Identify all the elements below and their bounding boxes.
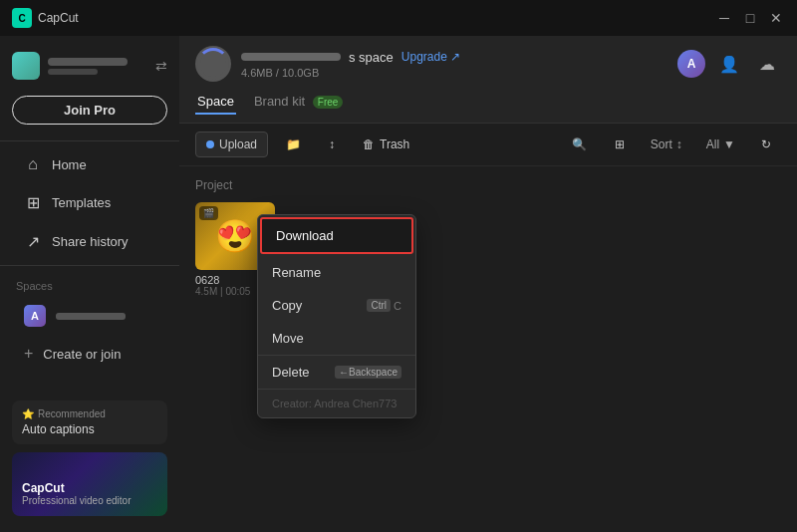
project-size: 4.5M — [195, 286, 217, 297]
sort-icon: ↕ — [676, 137, 682, 151]
context-menu: Download Rename Copy Ctrl C Move — [257, 214, 416, 418]
sidebar-item-home-label: Home — [52, 157, 87, 172]
logo-icon: C — [12, 8, 32, 28]
sidebar-item-templates-label: Templates — [52, 195, 111, 210]
sort-button[interactable]: Sort ↕ — [643, 133, 690, 156]
capcut-banner-subtitle: Professional video editor — [22, 495, 157, 506]
folder-icon: 📁 — [286, 137, 301, 151]
project-icon-overlay: 🎬 — [199, 206, 218, 220]
sidebar-item-home[interactable]: ⌂ Home — [8, 146, 171, 182]
context-menu-download[interactable]: Download — [260, 217, 413, 254]
delete-shortcut: ←Backspace — [335, 366, 401, 379]
backspace-key: ←Backspace — [335, 366, 401, 379]
header-name-row: s space Upgrade ↗ — [241, 50, 460, 65]
spaces-section-label: Spaces — [0, 270, 179, 296]
context-menu-copy[interactable]: Copy Ctrl C — [258, 289, 415, 322]
sidebar-divider — [0, 140, 179, 141]
user-sub-blur — [48, 69, 98, 75]
project-duration: 00:05 — [225, 286, 250, 297]
window-controls: ─ □ ✕ — [715, 9, 785, 27]
search-button[interactable]: 🔍 — [562, 133, 597, 156]
sidebar-create-join[interactable]: + Create or join — [8, 337, 171, 371]
header-top: s space Upgrade ↗ 4.6MB / 10.0GB A 👤 ☁ — [195, 46, 781, 82]
auto-captions-label: Auto captions — [22, 422, 157, 436]
section-label: Project — [195, 178, 781, 192]
capcut-banner-title: CapCut — [22, 481, 157, 495]
header-left: s space Upgrade ↗ 4.6MB / 10.0GB — [195, 46, 460, 82]
maximize-button[interactable]: □ — [741, 9, 759, 27]
sidebar-user-section: ⇄ — [0, 44, 179, 92]
sidebar-space-item[interactable]: A — [8, 297, 171, 335]
grid-view-button[interactable]: ⊞ — [605, 133, 635, 156]
trash-button[interactable]: 🗑 Trash — [353, 133, 419, 156]
new-folder-button[interactable]: 📁 — [276, 133, 311, 156]
star-icon: ⭐ — [22, 408, 34, 419]
shortcut-letter: C — [394, 300, 401, 312]
project-emoji: 😍 — [215, 217, 255, 255]
grid-icon: ⊞ — [615, 137, 625, 151]
user-avatar — [12, 52, 40, 80]
header-info: s space Upgrade ↗ 4.6MB / 10.0GB — [241, 50, 460, 79]
copy-shortcut: Ctrl C — [367, 299, 401, 312]
upload-dot — [206, 140, 214, 148]
cloud-button[interactable]: ☁ — [753, 50, 781, 78]
sort-upload-button[interactable]: ↕ — [319, 133, 345, 156]
context-menu-move[interactable]: Move — [258, 322, 415, 355]
templates-icon: ⊞ — [24, 193, 42, 212]
share-icon: ↗ — [24, 232, 42, 251]
filter-button[interactable]: All ▼ — [698, 133, 743, 156]
upgrade-badge[interactable]: Upgrade ↗ — [401, 50, 460, 64]
content-header: s space Upgrade ↗ 4.6MB / 10.0GB A 👤 ☁ S… — [179, 36, 797, 124]
toolbar: Upload 📁 ↕ 🗑 Trash 🔍 ⊞ — [179, 124, 797, 166]
home-icon: ⌂ — [24, 155, 42, 173]
tab-space[interactable]: Space — [195, 90, 236, 115]
ctrl-key: Ctrl — [367, 299, 391, 312]
sidebar-footer: ⭐ Recommended Auto captions CapCut Profe… — [0, 393, 179, 524]
refresh-icon: ↻ — [761, 137, 771, 151]
space-avatar: A — [24, 305, 46, 327]
toolbar-left: Upload 📁 ↕ 🗑 Trash — [195, 132, 419, 157]
storage-info: 4.6MB / 10.0GB — [241, 67, 460, 79]
main-layout: ⇄ Join Pro ⌂ Home ⊞ Templates ↗ Share hi… — [0, 36, 797, 532]
recommended-section: ⭐ Recommended Auto captions — [12, 400, 167, 444]
close-button[interactable]: ✕ — [767, 9, 785, 27]
space-name-blur — [56, 313, 126, 320]
storage-avatar — [195, 46, 231, 82]
user-manage-button[interactable]: 👤 — [715, 50, 743, 78]
user-info — [48, 58, 147, 75]
context-menu-rename[interactable]: Rename — [258, 256, 415, 289]
titlebar: C CapCut ─ □ ✕ — [0, 0, 797, 36]
header-right: A 👤 ☁ — [677, 50, 781, 78]
app-logo: C CapCut — [12, 8, 79, 28]
storage-circle — [197, 48, 229, 80]
content-area: s space Upgrade ↗ 4.6MB / 10.0GB A 👤 ☁ S… — [179, 36, 797, 532]
sidebar-item-share-history[interactable]: ↗ Share history — [8, 223, 171, 260]
minimize-button[interactable]: ─ — [715, 9, 733, 27]
sidebar: ⇄ Join Pro ⌂ Home ⊞ Templates ↗ Share hi… — [0, 36, 179, 532]
capcut-banner: CapCut Professional video editor — [12, 452, 167, 516]
trash-icon: 🗑 — [363, 137, 375, 151]
sidebar-item-templates[interactable]: ⊞ Templates — [8, 184, 171, 221]
swap-icon[interactable]: ⇄ — [155, 58, 167, 74]
sort-upload-icon: ↕ — [329, 137, 335, 151]
plus-icon: + — [24, 345, 33, 363]
header-name-blur — [241, 53, 341, 61]
join-pro-button[interactable]: Join Pro — [12, 96, 167, 125]
refresh-button[interactable]: ↻ — [751, 133, 781, 156]
tabs-row: Space Brand kit Free — [195, 90, 781, 115]
sidebar-divider-2 — [0, 265, 179, 266]
toolbar-right: 🔍 ⊞ Sort ↕ All ▼ ↻ — [562, 133, 781, 156]
filter-icon: ▼ — [723, 137, 735, 151]
upload-button[interactable]: Upload — [195, 132, 268, 157]
project-type-icon: 🎬 — [203, 208, 214, 218]
app-title: CapCut — [38, 11, 79, 25]
create-join-label: Create or join — [43, 347, 121, 362]
space-label: s space — [349, 50, 394, 65]
main-content: Project 😍 🎬 0628 4.5M | — [179, 166, 797, 532]
context-menu-delete[interactable]: Delete ←Backspace — [258, 356, 415, 389]
search-icon: 🔍 — [572, 137, 587, 151]
free-badge: Free — [313, 96, 344, 109]
header-avatar: A — [677, 50, 705, 78]
context-menu-footer: Creator: Andrea Chen773 — [258, 390, 415, 417]
tab-brand-kit[interactable]: Brand kit Free — [252, 90, 346, 115]
